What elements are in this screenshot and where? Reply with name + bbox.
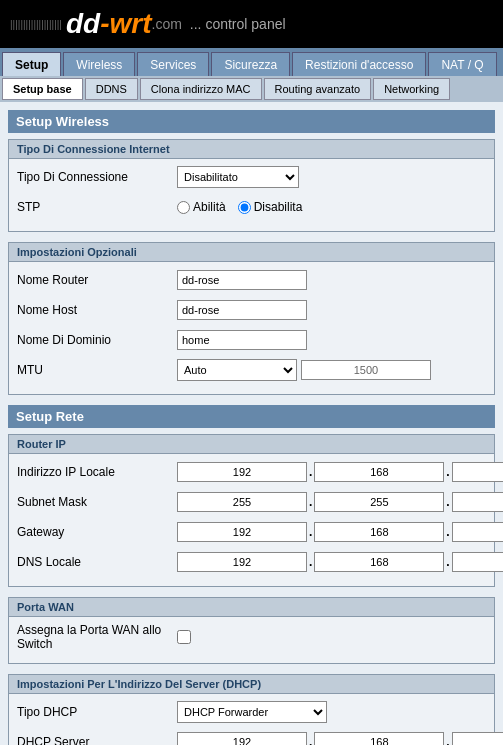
mtu-group: Auto Manual — [177, 359, 431, 381]
subnet-mask-row: Subnet Mask . . . — [17, 490, 486, 514]
impostazioni-opzionali-title: Impostazioni Opzionali — [9, 243, 494, 262]
ip-locale-oct2[interactable] — [314, 462, 444, 482]
nome-host-row: Nome Host — [17, 298, 486, 322]
tipo-connessione-body: Tipo Di Connessione Disabilitato Automat… — [9, 159, 494, 231]
header: |||||||||||||||||||| dd-wrt.com ... cont… — [0, 0, 503, 48]
tipo-dhcp-label: Tipo DHCP — [17, 705, 177, 719]
router-ip-subsection: Router IP Indirizzo IP Locale . . . — [8, 434, 495, 587]
impostazioni-opzionali-subsection: Impostazioni Opzionali Nome Router Nome … — [8, 242, 495, 395]
assegna-wan-control — [177, 630, 486, 644]
subnet-oct1[interactable] — [177, 492, 307, 512]
dhcp-oct1[interactable] — [177, 732, 307, 745]
router-ip-title: Router IP — [9, 435, 494, 454]
nome-host-control — [177, 300, 486, 320]
tab-restizioni[interactable]: Restizioni d'accesso — [292, 52, 426, 76]
ip-dot-14: . — [445, 735, 450, 745]
ip-locale-row: Indirizzo IP Locale . . . — [17, 460, 486, 484]
nome-router-input[interactable] — [177, 270, 307, 290]
sub-tab-ddns[interactable]: DDNS — [85, 78, 138, 100]
gateway-oct2[interactable] — [314, 522, 444, 542]
nav-tabs: Setup Wireless Services Sicurezza Restiz… — [0, 48, 503, 76]
assegna-wan-row: Assegna la Porta WAN allo Switch — [17, 623, 486, 651]
ip-locale-group: . . . — [177, 462, 503, 482]
stp-disabilita-radio[interactable] — [238, 201, 251, 214]
router-ip-body: Indirizzo IP Locale . . . — [9, 454, 494, 586]
ip-dot-7: . — [308, 525, 313, 539]
sub-tab-setup-base[interactable]: Setup base — [2, 78, 83, 100]
tipo-connessione-subsection: Tipo Di Connessione Internet Tipo Di Con… — [8, 139, 495, 232]
tab-nat[interactable]: NAT / Q — [428, 52, 496, 76]
nome-dominio-row: Nome Di Dominio — [17, 328, 486, 352]
impostazioni-opzionali-body: Nome Router Nome Host Nome Di Dominio — [9, 262, 494, 394]
ip-dot-11: . — [445, 555, 450, 569]
ip-locale-oct3[interactable] — [452, 462, 503, 482]
stp-control: Abilità Disabilita — [177, 200, 486, 214]
nome-router-label: Nome Router — [17, 273, 177, 287]
tipo-connessione-select[interactable]: Disabilitato Automatico - DHCP PPPoE PPT… — [177, 166, 299, 188]
nome-host-label: Nome Host — [17, 303, 177, 317]
dhcp-server-label: DHCP Server — [17, 735, 177, 745]
tab-sicurezza[interactable]: Sicurezza — [211, 52, 290, 76]
setup-rete-section: Setup Rete Router IP Indirizzo IP Locale… — [8, 405, 495, 745]
dhcp-oct3[interactable] — [452, 732, 503, 745]
gateway-oct1[interactable] — [177, 522, 307, 542]
gateway-oct3[interactable] — [452, 522, 503, 542]
ip-dot-5: . — [445, 495, 450, 509]
sub-tab-networking[interactable]: Networking — [373, 78, 450, 100]
stp-abilita-text: Abilità — [193, 200, 226, 214]
stp-abilita-label[interactable]: Abilità — [177, 200, 226, 214]
tipo-dhcp-select[interactable]: DHCP Forwarder DHCP Server Disabilitato — [177, 701, 327, 723]
mtu-label: MTU — [17, 363, 177, 377]
dhcp-server-row: DHCP Server . . . — [17, 730, 486, 745]
stp-disabilita-label[interactable]: Disabilita — [238, 200, 303, 214]
logo-wrt: wrt — [110, 8, 152, 40]
nome-host-input[interactable] — [177, 300, 307, 320]
assegna-wan-label: Assegna la Porta WAN allo Switch — [17, 623, 177, 651]
dhcp-server-group: . . . — [177, 732, 503, 745]
ip-dot-13: . — [308, 735, 313, 745]
mtu-control: Auto Manual — [177, 359, 486, 381]
dns-oct1[interactable] — [177, 552, 307, 572]
setup-wireless-title: Setup Wireless — [8, 110, 495, 133]
setup-rete-title: Setup Rete — [8, 405, 495, 428]
mtu-value-input — [301, 360, 431, 380]
gateway-row: Gateway . . . — [17, 520, 486, 544]
dhcp-server-control: . . . — [177, 732, 503, 745]
dhcp-oct2[interactable] — [314, 732, 444, 745]
stp-abilita-radio[interactable] — [177, 201, 190, 214]
dns-oct2[interactable] — [314, 552, 444, 572]
ip-dot-4: . — [308, 495, 313, 509]
dns-locale-row: DNS Locale . . . — [17, 550, 486, 574]
tipo-dhcp-control: DHCP Forwarder DHCP Server Disabilitato — [177, 701, 486, 723]
ip-locale-oct1[interactable] — [177, 462, 307, 482]
dns-locale-group: . . . — [177, 552, 503, 572]
tipo-connessione-control: Disabilitato Automatico - DHCP PPPoE PPT… — [177, 166, 486, 188]
nome-dominio-input[interactable] — [177, 330, 307, 350]
logo-dash: - — [100, 8, 109, 40]
tipo-connessione-title: Tipo Di Connessione Internet — [9, 140, 494, 159]
nome-router-control — [177, 270, 486, 290]
mtu-mode-select[interactable]: Auto Manual — [177, 359, 297, 381]
subnet-oct2[interactable] — [314, 492, 444, 512]
subnet-mask-control: . . . — [177, 492, 503, 512]
dns-oct3[interactable] — [452, 552, 503, 572]
porta-wan-title: Porta WAN — [9, 598, 494, 617]
sub-tabs: Setup base DDNS Clona indirizzo MAC Rout… — [0, 76, 503, 102]
sub-tab-routing[interactable]: Routing avanzato — [264, 78, 372, 100]
tab-wireless[interactable]: Wireless — [63, 52, 135, 76]
subnet-oct3[interactable] — [452, 492, 503, 512]
gateway-label: Gateway — [17, 525, 177, 539]
logo-dots: |||||||||||||||||||| — [10, 19, 62, 30]
logo-dd: dd — [66, 8, 100, 40]
ip-dot-2: . — [445, 465, 450, 479]
ip-dot-1: . — [308, 465, 313, 479]
tab-setup[interactable]: Setup — [2, 52, 61, 76]
sub-tab-clona[interactable]: Clona indirizzo MAC — [140, 78, 262, 100]
ip-dot-8: . — [445, 525, 450, 539]
tab-services[interactable]: Services — [137, 52, 209, 76]
assegna-wan-checkbox[interactable] — [177, 630, 191, 644]
logo-com: .com — [152, 16, 182, 32]
dns-locale-control: . . . — [177, 552, 503, 572]
ip-locale-label: Indirizzo IP Locale — [17, 465, 177, 479]
ip-dot-10: . — [308, 555, 313, 569]
